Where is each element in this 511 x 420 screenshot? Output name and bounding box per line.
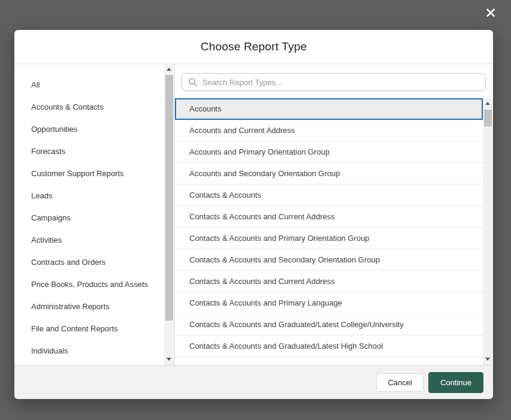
sidebar-item[interactable]: Campaigns — [14, 207, 174, 229]
sidebar-scrollbar-thumb[interactable] — [165, 75, 173, 321]
sidebar-scrollbar[interactable] — [164, 64, 174, 365]
report-type-row[interactable]: Contacts & Accounts and Primary Language — [175, 292, 483, 314]
scroll-down-icon[interactable] — [485, 358, 490, 361]
cancel-button[interactable]: Cancel — [376, 373, 423, 392]
report-type-row[interactable]: Accounts and Current Address — [175, 120, 483, 141]
report-type-panel: Accounts Accounts and Current Address Ac… — [175, 64, 493, 365]
report-type-row[interactable]: Contacts & Accounts and Current Address — [175, 206, 483, 228]
sidebar-item[interactable]: Forecasts — [14, 140, 174, 162]
report-type-list: Accounts Accounts and Current Address Ac… — [175, 98, 483, 365]
sidebar-item[interactable]: File and Content Reports — [14, 318, 174, 340]
sidebar-item[interactable]: Leads — [14, 185, 174, 207]
list-scrollbar-thumb[interactable] — [484, 110, 492, 126]
report-type-row[interactable]: Accounts — [175, 98, 483, 120]
report-type-row[interactable]: Accounts and Secondary Orientation Group — [175, 163, 483, 185]
report-type-row[interactable]: Contacts & Accounts — [175, 185, 483, 206]
modal-content: All Accounts & Contacts Opportunities Fo… — [14, 64, 493, 365]
scroll-up-icon[interactable] — [485, 102, 490, 105]
modal-title: Choose Report Type — [201, 40, 307, 53]
sidebar-item[interactable]: Administrative Reports — [14, 295, 174, 318]
sidebar-item[interactable]: Activities — [14, 229, 174, 251]
sidebar-item[interactable]: All — [14, 74, 174, 96]
close-icon[interactable]: ✕ — [485, 6, 497, 20]
sidebar-item[interactable]: Accounts & Contacts — [14, 96, 174, 118]
report-type-row[interactable]: Contacts & Accounts and Graduated/Latest… — [175, 336, 483, 357]
sidebar-item-list: All Accounts & Contacts Opportunities Fo… — [14, 64, 174, 362]
scroll-up-icon[interactable] — [167, 68, 171, 71]
search-field-wrap — [182, 73, 486, 91]
sidebar-item[interactable]: Individuals — [14, 340, 174, 362]
sidebar-item[interactable]: Price Books, Products and Assets — [14, 273, 174, 295]
sidebar-item[interactable]: Customer Support Reports — [14, 162, 174, 185]
list-scrollbar[interactable] — [483, 98, 493, 365]
sidebar-item[interactable]: Contracts and Orders — [14, 251, 174, 273]
report-type-row[interactable]: Contacts & Accounts and Graduated/Latest… — [175, 314, 483, 336]
report-type-row[interactable]: Accounts and Primary Orientation Group — [175, 141, 483, 163]
report-type-row[interactable]: Contacts & Accounts and Secondary Orient… — [175, 249, 483, 271]
report-category-sidebar: All Accounts & Contacts Opportunities Fo… — [14, 64, 175, 365]
search-input[interactable] — [182, 73, 486, 91]
modal-header: Choose Report Type — [14, 30, 493, 64]
scroll-down-icon[interactable] — [167, 358, 171, 361]
modal-footer: Cancel Continue — [14, 365, 493, 399]
sidebar-item[interactable]: Opportunities — [14, 118, 174, 140]
choose-report-type-modal: Choose Report Type All Accounts & Contac… — [14, 30, 493, 399]
continue-button[interactable]: Continue — [428, 372, 483, 393]
report-type-row[interactable]: Contacts & Accounts and Current Address — [175, 271, 483, 292]
report-type-row[interactable]: Contacts & Accounts and Primary Orientat… — [175, 228, 483, 249]
